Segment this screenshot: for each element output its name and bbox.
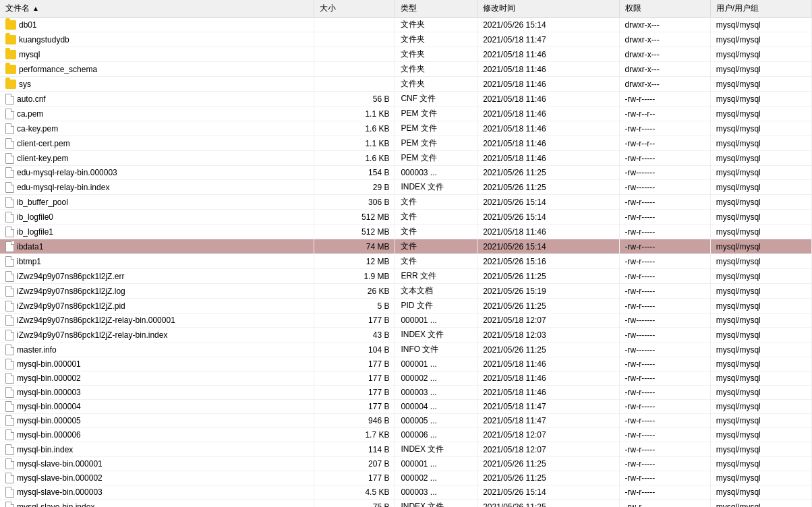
file-name-text: mysql-slave-bin.000002 (17, 473, 103, 483)
file-size: 43 B (314, 328, 395, 342)
file-icon (5, 373, 14, 384)
table-row[interactable]: ib_buffer_pool306 B文件2021/05/26 15:14-rw… (0, 195, 812, 210)
file-modified: 2021/05/18 12:07 (477, 314, 619, 328)
table-row[interactable]: mysql-bin.000005946 B000005 ...2021/05/1… (0, 414, 812, 428)
table-row[interactable]: mysql-slave-bin.000001207 B000001 ...202… (0, 457, 812, 471)
file-name-text: master.info (17, 345, 57, 355)
table-row[interactable]: iZwz94p9y07ns86pck1l2jZ-relay-bin.index4… (0, 328, 812, 342)
file-size: 154 B (314, 166, 395, 180)
file-permissions: -rw------- (619, 342, 710, 357)
file-type: 000001 ... (395, 357, 477, 371)
file-name-cell: auto.cnf (0, 92, 314, 107)
file-type: PID 文件 (395, 299, 477, 314)
file-modified: 2021/05/26 11:25 (477, 500, 619, 508)
file-name-cell: iZwz94p9y07ns86pck1l2jZ.log (0, 284, 314, 299)
table-row[interactable]: master.info104 BINFO 文件2021/05/26 11:25-… (0, 342, 812, 357)
file-size: 75 B (314, 500, 395, 508)
table-row[interactable]: iZwz94p9y07ns86pck1l2jZ.err1.9 MBERR 文件2… (0, 269, 812, 284)
table-row[interactable]: client-key.pem1.6 KBPEM 文件2021/05/18 11:… (0, 151, 812, 166)
table-row[interactable]: ca-key.pem1.6 KBPEM 文件2021/05/18 11:46-r… (0, 121, 812, 136)
table-row[interactable]: mysql-slave-bin.index75 BINDEX 文件2021/05… (0, 500, 812, 508)
table-row[interactable]: edu-mysql-relay-bin.index29 BINDEX 文件202… (0, 180, 812, 195)
file-name-text: mysql-bin.000004 (17, 402, 81, 411)
file-owner: mysql/mysql (710, 269, 811, 284)
file-type: INDEX 文件 (395, 500, 477, 508)
table-row[interactable]: mysql-slave-bin.0000034.5 KB000003 ...20… (0, 485, 812, 500)
table-row[interactable]: mysql-bin.000002177 B000002 ...2021/05/1… (0, 371, 812, 386)
col-header-size[interactable]: 大小 (314, 0, 395, 18)
table-row[interactable]: mysql-bin.000003177 B000003 ...2021/05/1… (0, 386, 812, 400)
file-modified: 2021/05/18 11:46 (477, 121, 619, 136)
file-size: 512 MB (314, 210, 395, 225)
table-row[interactable]: iZwz94p9y07ns86pck1l2jZ-relay-bin.000001… (0, 314, 812, 328)
table-row[interactable]: client-cert.pem1.1 KBPEM 文件2021/05/18 11… (0, 136, 812, 151)
col-header-type[interactable]: 类型 (395, 0, 477, 18)
file-type: 文件 (395, 239, 477, 254)
file-size: 177 B (314, 371, 395, 386)
file-type: 000001 ... (395, 457, 477, 471)
file-modified: 2021/05/18 11:46 (477, 357, 619, 371)
file-permissions: -rw------- (619, 328, 710, 342)
col-header-owner[interactable]: 用户/用户组 (710, 0, 811, 18)
file-type: ERR 文件 (395, 269, 477, 284)
table-row[interactable]: db01文件夹2021/05/26 15:14drwxr-x---mysql/m… (0, 18, 812, 32)
file-owner: mysql/mysql (710, 239, 811, 254)
file-icon (5, 345, 14, 355)
file-name-cell: mysql-bin.000002 (0, 371, 314, 386)
file-modified: 2021/05/18 11:47 (477, 414, 619, 428)
table-row[interactable]: performance_schema文件夹2021/05/18 11:46drw… (0, 62, 812, 77)
file-size: 74 MB (314, 239, 395, 254)
file-permissions: -rw------- (619, 166, 710, 180)
table-row[interactable]: mysql文件夹2021/05/18 11:46drwxr-x---mysql/… (0, 47, 812, 62)
file-name-cell: mysql-bin.000005 (0, 414, 314, 428)
table-row[interactable]: edu-mysql-relay-bin.000003154 B000003 ..… (0, 166, 812, 180)
file-icon (5, 197, 14, 208)
table-row[interactable]: mysql-bin.0000061.7 KB000006 ...2021/05/… (0, 428, 812, 442)
table-row[interactable]: iZwz94p9y07ns86pck1l2jZ.pid5 BPID 文件2021… (0, 299, 812, 314)
file-owner: mysql/mysql (710, 314, 811, 328)
file-owner: mysql/mysql (710, 357, 811, 371)
table-row[interactable]: mysql-bin.000004177 B000004 ...2021/05/1… (0, 400, 812, 414)
table-row[interactable]: mysql-bin.000001177 B000001 ...2021/05/1… (0, 357, 812, 371)
file-permissions: -rw-r----- (619, 151, 710, 166)
file-size: 1.1 KB (314, 107, 395, 121)
file-owner: mysql/mysql (710, 32, 811, 47)
file-modified: 2021/05/18 11:46 (477, 151, 619, 166)
table-row[interactable]: mysql-bin.index114 BINDEX 文件2021/05/18 1… (0, 442, 812, 457)
table-row[interactable]: mysql-slave-bin.000002177 B000002 ...202… (0, 471, 812, 485)
file-name-text: mysql-bin.000001 (17, 359, 81, 369)
table-row[interactable]: ibdata174 MB文件2021/05/26 15:14-rw-r-----… (0, 239, 812, 254)
file-modified: 2021/05/18 12:03 (477, 328, 619, 342)
file-name-cell: mysql-slave-bin.000003 (0, 485, 314, 500)
col-header-name[interactable]: 文件名 ▲ (0, 0, 314, 18)
file-type: 文件夹 (395, 47, 477, 62)
file-modified: 2021/05/18 11:46 (477, 47, 619, 62)
file-name-cell: iZwz94p9y07ns86pck1l2jZ.err (0, 269, 314, 284)
table-row[interactable]: iZwz94p9y07ns86pck1l2jZ.log26 KB文本文档2021… (0, 284, 812, 299)
col-header-permissions[interactable]: 权限 (619, 0, 710, 18)
file-icon (5, 182, 14, 193)
file-name-text: iZwz94p9y07ns86pck1l2jZ.log (17, 287, 125, 296)
file-owner: mysql/mysql (710, 210, 811, 225)
file-icon (5, 444, 14, 455)
folder-icon (5, 80, 16, 89)
table-row[interactable]: ib_logfile0512 MB文件2021/05/26 15:14-rw-r… (0, 210, 812, 225)
table-row[interactable]: ca.pem1.1 KBPEM 文件2021/05/18 11:46-rw-r-… (0, 107, 812, 121)
file-owner: mysql/mysql (710, 136, 811, 151)
table-row[interactable]: kuangstudydb文件夹2021/05/18 11:47drwxr-x--… (0, 32, 812, 47)
file-icon (5, 138, 14, 149)
file-name-cell: mysql-slave-bin.000001 (0, 457, 314, 471)
file-modified: 2021/05/18 11:46 (477, 386, 619, 400)
table-row[interactable]: ib_logfile1512 MB文件2021/05/18 11:46-rw-r… (0, 225, 812, 239)
file-icon (5, 415, 14, 426)
table-row[interactable]: sys文件夹2021/05/18 11:46drwxr-x---mysql/my… (0, 77, 812, 92)
table-row[interactable]: ibtmp112 MB文件2021/05/26 15:16-rw-r-----m… (0, 254, 812, 269)
file-size: 1.1 KB (314, 136, 395, 151)
table-row[interactable]: auto.cnf56 BCNF 文件2021/05/18 11:46-rw-r-… (0, 92, 812, 107)
file-owner: mysql/mysql (710, 254, 811, 269)
col-header-modified[interactable]: 修改时间 (477, 0, 619, 18)
file-permissions: -rw------- (619, 314, 710, 328)
file-type: 文件夹 (395, 77, 477, 92)
file-owner: mysql/mysql (710, 328, 811, 342)
file-icon (5, 502, 14, 508)
